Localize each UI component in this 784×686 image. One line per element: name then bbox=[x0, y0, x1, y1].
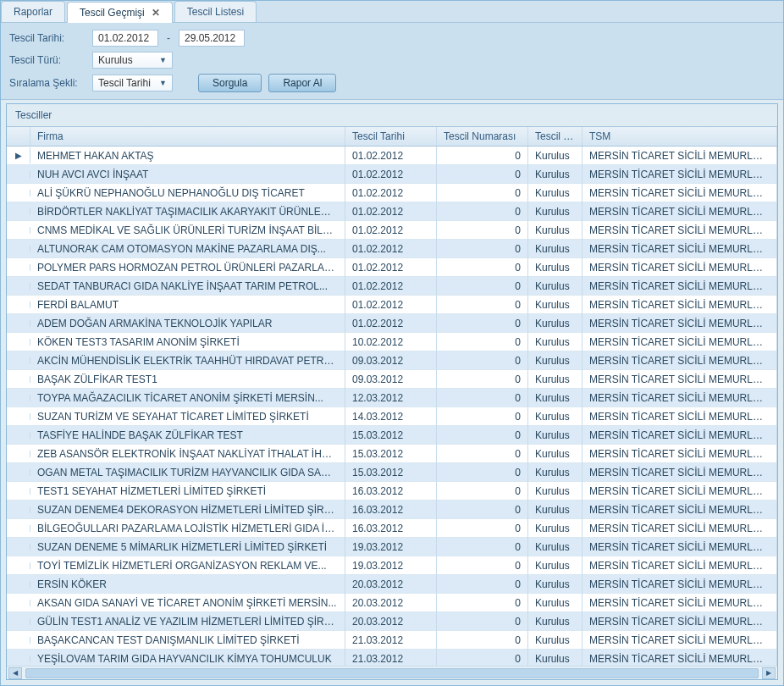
cell-tarih: 20.03.2012 bbox=[345, 612, 437, 631]
table-row[interactable]: AKCİN MÜHENDİSLİK ELEKTRİK TAAHHÜT HIRDA… bbox=[7, 351, 777, 370]
cell-tarih: 01.02.2012 bbox=[345, 258, 437, 277]
table-row[interactable]: GÜLİN TEST1 ANALİZ VE YAZILIM HİZMETLERİ… bbox=[7, 612, 777, 631]
cell-tur: Kurulus bbox=[528, 165, 582, 184]
cell-tur: Kurulus bbox=[528, 482, 582, 501]
table-row[interactable]: NUH AVCI AVCI İNŞAAT01.02.20120KurulusME… bbox=[7, 165, 777, 184]
cell-num: 0 bbox=[437, 333, 528, 351]
tab-raporlar[interactable]: Raporlar bbox=[1, 1, 65, 22]
chevron-down-icon: ▼ bbox=[159, 79, 167, 87]
chevron-down-icon: ▼ bbox=[159, 56, 167, 64]
scroll-left-icon[interactable]: ◀ bbox=[8, 667, 22, 679]
type-select-value: Kurulus bbox=[98, 54, 133, 66]
sort-select[interactable]: Tescil Tarihi ▼ bbox=[92, 75, 173, 91]
cell-tarih: 15.03.2012 bbox=[345, 445, 437, 463]
cell-tur: Kurulus bbox=[528, 407, 582, 426]
cell-tarih: 12.03.2012 bbox=[345, 389, 437, 407]
col-marker bbox=[7, 127, 30, 146]
report-button[interactable]: Rapor Al bbox=[268, 74, 336, 92]
cell-num: 0 bbox=[437, 389, 528, 407]
table-row[interactable]: BİLGEOĞULLARI PAZARLAMA LOJİSTİK HİZMETL… bbox=[7, 519, 777, 538]
tab-tescil-listesi[interactable]: Tescil Listesi bbox=[174, 1, 257, 22]
cell-firma: AKSAN GIDA SANAYİ VE TİCARET ANONİM ŞİRK… bbox=[30, 594, 345, 612]
table-row[interactable]: ERSİN KÖKER20.03.20120KurulusMERSİN TİCA… bbox=[7, 575, 777, 594]
filter-bar: Tescil Tarihi: - Tescil Türü: Kurulus ▼ … bbox=[1, 23, 783, 100]
row-marker bbox=[7, 171, 30, 178]
table-row[interactable]: TOYİ TEMİZLİK HİZMETLERİ ORGANİZASYON RE… bbox=[7, 556, 777, 575]
table-row[interactable]: OGAN METAL TAŞIMACILIK TURİZM HAYVANCILI… bbox=[7, 463, 777, 482]
table-row[interactable]: KÖKEN TEST3 TASARIM ANONİM ŞİRKETİ10.02.… bbox=[7, 333, 777, 351]
cell-firma: FERDİ BALAMUT bbox=[30, 296, 345, 314]
table-row[interactable]: BİRDÖRTLER NAKLİYAT TAŞIMACILIK AKARYAKI… bbox=[7, 202, 777, 221]
cell-tur: Kurulus bbox=[528, 389, 582, 407]
cell-tarih: 20.03.2012 bbox=[345, 594, 437, 612]
row-marker bbox=[7, 395, 30, 401]
cell-num: 0 bbox=[437, 221, 528, 240]
table-row[interactable]: AKSAN GIDA SANAYİ VE TİCARET ANONİM ŞİRK… bbox=[7, 594, 777, 612]
cell-tsm: MERSİN TİCARET SİCİLİ MEMURLUĞU bbox=[582, 184, 777, 202]
cell-num: 0 bbox=[437, 370, 528, 389]
cell-num: 0 bbox=[437, 296, 528, 314]
cell-tur: Kurulus bbox=[528, 258, 582, 277]
table-row[interactable]: SUZAN DENEME 5 MİMARLIK HİZMETLERİ LİMİT… bbox=[7, 538, 777, 556]
table-row[interactable]: BAŞAKCANCAN TEST DANIŞMANLIK LİMİTED ŞİR… bbox=[7, 631, 777, 650]
table-row[interactable]: CNMS MEDİKAL VE SAĞLIK ÜRÜNLERİ TURİZM İ… bbox=[7, 221, 777, 240]
table-row[interactable]: SUZAN TURİZM VE SEYAHAT TİCARET LİMİTED … bbox=[7, 407, 777, 426]
row-marker bbox=[7, 357, 30, 364]
col-firma[interactable]: Firma bbox=[30, 127, 345, 146]
table-row[interactable]: TASFİYE HALİNDE BAŞAK ZÜLFİKAR TEST15.03… bbox=[7, 426, 777, 445]
cell-tsm: MERSİN TİCARET SİCİLİ MEMURLUĞU bbox=[582, 463, 777, 482]
col-tur[interactable]: Tescil Türü bbox=[528, 127, 582, 146]
type-select[interactable]: Kurulus ▼ bbox=[92, 52, 173, 69]
tab-label: Tescil Listesi bbox=[187, 6, 244, 18]
col-num[interactable]: Tescil Numarası bbox=[437, 127, 528, 146]
col-tarih[interactable]: Tescil Tarihi bbox=[345, 127, 437, 146]
cell-num: 0 bbox=[437, 594, 528, 612]
table-row[interactable]: TEST1 SEYAHAT HİZMETLERİ LİMİTED ŞİRKETİ… bbox=[7, 482, 777, 501]
table-row[interactable]: TOYPA MAĞAZACILIK TİCARET ANONİM ŞİRKETİ… bbox=[7, 389, 777, 407]
cell-num: 0 bbox=[437, 258, 528, 277]
cell-tur: Kurulus bbox=[528, 333, 582, 351]
cell-tarih: 16.03.2012 bbox=[345, 519, 437, 538]
row-marker bbox=[7, 618, 30, 625]
table-row[interactable]: ZEB ASANSÖR ELEKTRONİK İNŞAAT NAKLİYAT İ… bbox=[7, 445, 777, 463]
horizontal-scrollbar[interactable]: ◀ ▶ bbox=[7, 666, 777, 679]
row-marker bbox=[7, 208, 30, 215]
close-icon[interactable]: ✕ bbox=[152, 7, 160, 19]
cell-tarih: 01.02.2012 bbox=[345, 296, 437, 314]
table-row[interactable]: SUZAN DENEME4 DEKORASYON HİZMETLERİ LİMİ… bbox=[7, 501, 777, 519]
cell-tur: Kurulus bbox=[528, 575, 582, 594]
table-row[interactable]: ALTUNORAK CAM OTOMASYON MAKİNE PAZARLAMA… bbox=[7, 240, 777, 258]
cell-tur: Kurulus bbox=[528, 650, 582, 667]
cell-tsm: MERSİN TİCARET SİCİLİ MEMURLUĞU bbox=[582, 556, 777, 575]
grid-body[interactable]: ▶MEHMET HAKAN AKTAŞ01.02.20120KurulusMER… bbox=[7, 147, 777, 666]
cell-tarih: 01.02.2012 bbox=[345, 184, 437, 202]
row-marker bbox=[7, 562, 30, 569]
table-row[interactable]: FERDİ BALAMUT01.02.20120KurulusMERSİN Tİ… bbox=[7, 296, 777, 314]
table-row[interactable]: POLYMER PARS HORMOZAN PETROL ÜRÜNLERİ PA… bbox=[7, 258, 777, 277]
table-row[interactable]: ▶MEHMET HAKAN AKTAŞ01.02.20120KurulusMER… bbox=[7, 147, 777, 165]
cell-tur: Kurulus bbox=[528, 556, 582, 575]
tab-tescil-geçmişi[interactable]: Tescil Geçmişi✕ bbox=[67, 2, 173, 23]
cell-tarih: 01.02.2012 bbox=[345, 221, 437, 240]
table-row[interactable]: SEDAT TANBURACI GIDA NAKLİYE İNŞAAT TARI… bbox=[7, 277, 777, 296]
date-to-input[interactable] bbox=[179, 30, 245, 47]
table-row[interactable]: YEŞİLOVAM TARIM GIDA HAYVANCILIK KİMYA T… bbox=[7, 650, 777, 666]
row-marker bbox=[7, 339, 30, 346]
grid: Tesciller Firma Tescil Tarihi Tescil Num… bbox=[6, 103, 778, 680]
cell-tarih: 15.03.2012 bbox=[345, 463, 437, 482]
cell-firma: BİRDÖRTLER NAKLİYAT TAŞIMACILIK AKARYAKI… bbox=[30, 202, 345, 221]
cell-tarih: 16.03.2012 bbox=[345, 501, 437, 519]
table-row[interactable]: ALİ ŞÜKRÜ NEPHANOĞLU NEPHANOĞLU DIŞ TİCA… bbox=[7, 184, 777, 202]
scroll-right-icon[interactable]: ▶ bbox=[762, 667, 776, 679]
scroll-thumb[interactable] bbox=[25, 668, 759, 678]
cell-tsm: MERSİN TİCARET SİCİLİ MEMURLUĞU bbox=[582, 501, 777, 519]
date-from-input[interactable] bbox=[92, 30, 158, 47]
col-tsm[interactable]: TSM bbox=[582, 127, 777, 146]
table-row[interactable]: ADEM DOĞAN ARMAKİNA TEKNOLOJİK YAPILAR01… bbox=[7, 314, 777, 333]
cell-firma: SUZAN TURİZM VE SEYAHAT TİCARET LİMİTED … bbox=[30, 407, 345, 426]
table-row[interactable]: BAŞAK ZÜLFİKAR TEST109.03.20120KurulusME… bbox=[7, 370, 777, 389]
cell-tsm: MERSİN TİCARET SİCİLİ MEMURLUĞU bbox=[582, 426, 777, 445]
cell-tsm: MERSİN TİCARET SİCİLİ MEMURLUĞU bbox=[582, 389, 777, 407]
query-button[interactable]: Sorgula bbox=[198, 74, 262, 92]
cell-num: 0 bbox=[437, 407, 528, 426]
